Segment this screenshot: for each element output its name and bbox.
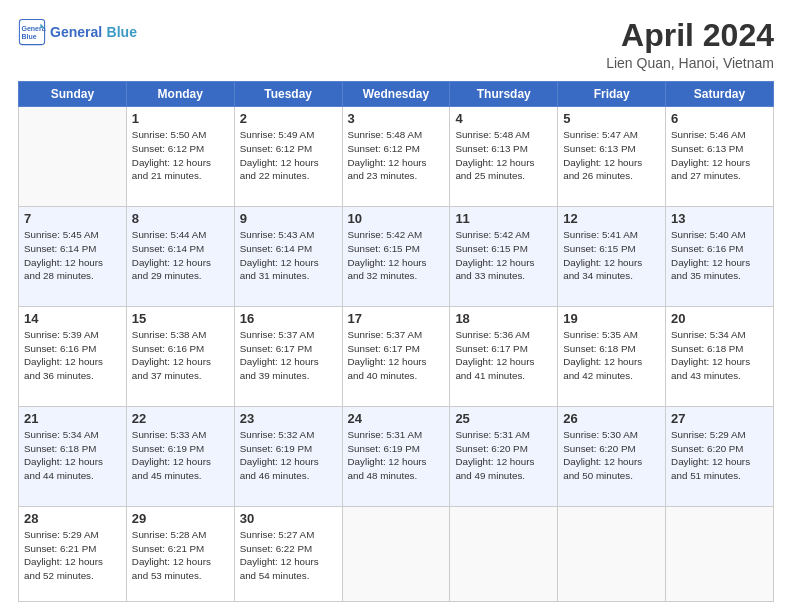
weekday-header: Tuesday	[234, 82, 342, 107]
day-info: Sunrise: 5:39 AMSunset: 6:16 PMDaylight:…	[24, 328, 121, 383]
day-number: 21	[24, 411, 121, 426]
calendar-cell: 6Sunrise: 5:46 AMSunset: 6:13 PMDaylight…	[666, 107, 774, 207]
day-info: Sunrise: 5:27 AMSunset: 6:22 PMDaylight:…	[240, 528, 337, 583]
calendar-cell: 16Sunrise: 5:37 AMSunset: 6:17 PMDayligh…	[234, 307, 342, 407]
day-info: Sunrise: 5:48 AMSunset: 6:13 PMDaylight:…	[455, 128, 552, 183]
weekday-header: Friday	[558, 82, 666, 107]
calendar-cell: 20Sunrise: 5:34 AMSunset: 6:18 PMDayligh…	[666, 307, 774, 407]
calendar-cell	[666, 506, 774, 601]
day-info: Sunrise: 5:30 AMSunset: 6:20 PMDaylight:…	[563, 428, 660, 483]
calendar-cell: 13Sunrise: 5:40 AMSunset: 6:16 PMDayligh…	[666, 207, 774, 307]
calendar-cell	[342, 506, 450, 601]
day-info: Sunrise: 5:29 AMSunset: 6:20 PMDaylight:…	[671, 428, 768, 483]
logo: General Blue General Blue	[18, 18, 137, 46]
day-number: 20	[671, 311, 768, 326]
calendar-cell: 12Sunrise: 5:41 AMSunset: 6:15 PMDayligh…	[558, 207, 666, 307]
day-info: Sunrise: 5:34 AMSunset: 6:18 PMDaylight:…	[24, 428, 121, 483]
day-number: 26	[563, 411, 660, 426]
day-info: Sunrise: 5:41 AMSunset: 6:15 PMDaylight:…	[563, 228, 660, 283]
day-number: 14	[24, 311, 121, 326]
calendar-cell: 26Sunrise: 5:30 AMSunset: 6:20 PMDayligh…	[558, 407, 666, 507]
day-info: Sunrise: 5:43 AMSunset: 6:14 PMDaylight:…	[240, 228, 337, 283]
day-number: 22	[132, 411, 229, 426]
day-info: Sunrise: 5:37 AMSunset: 6:17 PMDaylight:…	[240, 328, 337, 383]
day-info: Sunrise: 5:49 AMSunset: 6:12 PMDaylight:…	[240, 128, 337, 183]
calendar-cell: 17Sunrise: 5:37 AMSunset: 6:17 PMDayligh…	[342, 307, 450, 407]
day-info: Sunrise: 5:33 AMSunset: 6:19 PMDaylight:…	[132, 428, 229, 483]
day-info: Sunrise: 5:48 AMSunset: 6:12 PMDaylight:…	[348, 128, 445, 183]
calendar-cell: 18Sunrise: 5:36 AMSunset: 6:17 PMDayligh…	[450, 307, 558, 407]
day-info: Sunrise: 5:44 AMSunset: 6:14 PMDaylight:…	[132, 228, 229, 283]
day-info: Sunrise: 5:32 AMSunset: 6:19 PMDaylight:…	[240, 428, 337, 483]
title-block: April 2024 Lien Quan, Hanoi, Vietnam	[606, 18, 774, 71]
calendar-cell: 21Sunrise: 5:34 AMSunset: 6:18 PMDayligh…	[19, 407, 127, 507]
day-number: 23	[240, 411, 337, 426]
day-number: 4	[455, 111, 552, 126]
calendar-cell: 23Sunrise: 5:32 AMSunset: 6:19 PMDayligh…	[234, 407, 342, 507]
day-number: 1	[132, 111, 229, 126]
calendar-cell	[450, 506, 558, 601]
header: General Blue General Blue April 2024 Lie…	[18, 18, 774, 71]
calendar-cell: 5Sunrise: 5:47 AMSunset: 6:13 PMDaylight…	[558, 107, 666, 207]
calendar-cell: 15Sunrise: 5:38 AMSunset: 6:16 PMDayligh…	[126, 307, 234, 407]
calendar-cell: 11Sunrise: 5:42 AMSunset: 6:15 PMDayligh…	[450, 207, 558, 307]
location: Lien Quan, Hanoi, Vietnam	[606, 55, 774, 71]
calendar-cell: 2Sunrise: 5:49 AMSunset: 6:12 PMDaylight…	[234, 107, 342, 207]
day-info: Sunrise: 5:40 AMSunset: 6:16 PMDaylight:…	[671, 228, 768, 283]
day-number: 7	[24, 211, 121, 226]
day-info: Sunrise: 5:47 AMSunset: 6:13 PMDaylight:…	[563, 128, 660, 183]
calendar-cell: 30Sunrise: 5:27 AMSunset: 6:22 PMDayligh…	[234, 506, 342, 601]
day-number: 18	[455, 311, 552, 326]
calendar-cell: 7Sunrise: 5:45 AMSunset: 6:14 PMDaylight…	[19, 207, 127, 307]
calendar-cell: 24Sunrise: 5:31 AMSunset: 6:19 PMDayligh…	[342, 407, 450, 507]
day-number: 5	[563, 111, 660, 126]
logo-text: General Blue	[50, 23, 137, 41]
day-number: 13	[671, 211, 768, 226]
day-number: 8	[132, 211, 229, 226]
calendar-cell: 4Sunrise: 5:48 AMSunset: 6:13 PMDaylight…	[450, 107, 558, 207]
day-number: 10	[348, 211, 445, 226]
calendar-table: SundayMondayTuesdayWednesdayThursdayFrid…	[18, 81, 774, 602]
day-info: Sunrise: 5:36 AMSunset: 6:17 PMDaylight:…	[455, 328, 552, 383]
day-info: Sunrise: 5:34 AMSunset: 6:18 PMDaylight:…	[671, 328, 768, 383]
day-number: 29	[132, 511, 229, 526]
day-info: Sunrise: 5:42 AMSunset: 6:15 PMDaylight:…	[455, 228, 552, 283]
day-number: 6	[671, 111, 768, 126]
day-number: 15	[132, 311, 229, 326]
day-info: Sunrise: 5:50 AMSunset: 6:12 PMDaylight:…	[132, 128, 229, 183]
weekday-header: Thursday	[450, 82, 558, 107]
calendar-cell	[558, 506, 666, 601]
day-info: Sunrise: 5:42 AMSunset: 6:15 PMDaylight:…	[348, 228, 445, 283]
day-info: Sunrise: 5:29 AMSunset: 6:21 PMDaylight:…	[24, 528, 121, 583]
day-number: 25	[455, 411, 552, 426]
day-info: Sunrise: 5:37 AMSunset: 6:17 PMDaylight:…	[348, 328, 445, 383]
calendar-cell: 3Sunrise: 5:48 AMSunset: 6:12 PMDaylight…	[342, 107, 450, 207]
calendar-cell: 1Sunrise: 5:50 AMSunset: 6:12 PMDaylight…	[126, 107, 234, 207]
svg-rect-0	[19, 19, 44, 44]
weekday-header: Sunday	[19, 82, 127, 107]
logo-icon: General Blue	[18, 18, 46, 46]
calendar-cell: 22Sunrise: 5:33 AMSunset: 6:19 PMDayligh…	[126, 407, 234, 507]
day-info: Sunrise: 5:38 AMSunset: 6:16 PMDaylight:…	[132, 328, 229, 383]
day-info: Sunrise: 5:28 AMSunset: 6:21 PMDaylight:…	[132, 528, 229, 583]
calendar-cell: 10Sunrise: 5:42 AMSunset: 6:15 PMDayligh…	[342, 207, 450, 307]
calendar-cell: 27Sunrise: 5:29 AMSunset: 6:20 PMDayligh…	[666, 407, 774, 507]
day-info: Sunrise: 5:31 AMSunset: 6:19 PMDaylight:…	[348, 428, 445, 483]
calendar-cell: 29Sunrise: 5:28 AMSunset: 6:21 PMDayligh…	[126, 506, 234, 601]
day-info: Sunrise: 5:45 AMSunset: 6:14 PMDaylight:…	[24, 228, 121, 283]
day-number: 28	[24, 511, 121, 526]
page: General Blue General Blue April 2024 Lie…	[0, 0, 792, 612]
day-info: Sunrise: 5:31 AMSunset: 6:20 PMDaylight:…	[455, 428, 552, 483]
calendar-cell: 28Sunrise: 5:29 AMSunset: 6:21 PMDayligh…	[19, 506, 127, 601]
weekday-header: Monday	[126, 82, 234, 107]
calendar-cell: 9Sunrise: 5:43 AMSunset: 6:14 PMDaylight…	[234, 207, 342, 307]
calendar-cell: 8Sunrise: 5:44 AMSunset: 6:14 PMDaylight…	[126, 207, 234, 307]
calendar-cell: 19Sunrise: 5:35 AMSunset: 6:18 PMDayligh…	[558, 307, 666, 407]
calendar-cell	[19, 107, 127, 207]
day-number: 17	[348, 311, 445, 326]
day-number: 2	[240, 111, 337, 126]
day-number: 9	[240, 211, 337, 226]
weekday-header: Saturday	[666, 82, 774, 107]
day-info: Sunrise: 5:35 AMSunset: 6:18 PMDaylight:…	[563, 328, 660, 383]
calendar-cell: 14Sunrise: 5:39 AMSunset: 6:16 PMDayligh…	[19, 307, 127, 407]
